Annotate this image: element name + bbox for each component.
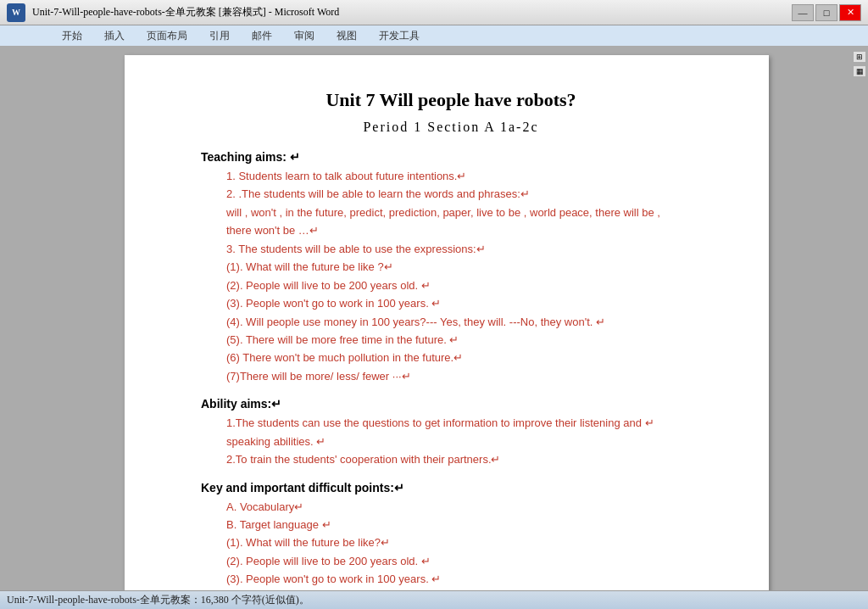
list-item: there won't be …↵ — [226, 221, 701, 239]
tab-insert[interactable]: 插入 — [93, 25, 136, 46]
section-ability-aims-content: 1.The students can use the questions to … — [226, 414, 701, 468]
list-item: 1.The students can use the questions to … — [226, 414, 701, 432]
list-item: speaking abilities. ↵ — [226, 433, 701, 450]
app-body: Unit 7 Will people have robots? Period 1… — [0, 47, 868, 590]
list-item: (5). There will be more free time in the… — [226, 331, 701, 349]
section-teaching-aims-content: 1. Students learn to talk about future i… — [226, 167, 701, 385]
tab-references[interactable]: 引用 — [198, 25, 241, 46]
tab-start[interactable]: 开始 — [51, 25, 93, 46]
section-teaching-aims-heading: Teaching aims: ↵ — [201, 150, 701, 164]
status-text: Unit-7-Will-people-have-robots-全单元教案：16,… — [7, 593, 309, 607]
doc-scroll[interactable]: Unit 7 Will people have robots? Period 1… — [42, 47, 851, 590]
section-ability-aims-heading: Ability aims:↵ — [201, 397, 701, 411]
doc-page: Unit 7 Will people have robots? Period 1… — [125, 55, 769, 590]
window-title: Unit-7-Will-people-have-robots-全单元教案 [兼容… — [32, 5, 339, 20]
list-item: (7)There will be more/ less/ fewer ···↵ — [226, 367, 701, 385]
status-bar: Unit-7-Will-people-have-robots-全单元教案：16,… — [0, 590, 868, 609]
list-item: 3. The students will be able to use the … — [226, 240, 701, 258]
tab-mail[interactable]: 邮件 — [241, 25, 283, 46]
list-item: (3). People won't go to work in 100 year… — [226, 570, 701, 588]
tab-page-layout[interactable]: 页面布局 — [136, 25, 198, 46]
right-tool-1[interactable]: ⊞ — [853, 51, 866, 63]
right-margin: ⊞ ▦ — [851, 47, 868, 590]
section-key-points-content: A. Vocabulary↵ B. Target language ↵ (1).… — [226, 498, 701, 590]
ribbon: 开始 插入 页面布局 引用 邮件 审阅 视图 开发工具 — [0, 25, 868, 47]
list-item: (2). People will live to be 200 years ol… — [226, 552, 701, 570]
list-item: 2.To train the students' cooperation wit… — [226, 450, 701, 468]
list-item: (2). People will live to be 200 years ol… — [226, 277, 701, 294]
right-tool-2[interactable]: ▦ — [853, 65, 866, 77]
title-bar: W Unit-7-Will-people-have-robots-全单元教案 [… — [0, 0, 868, 25]
list-item: (1). What will the future be like ?↵ — [226, 258, 701, 276]
list-item: B. Target language ↵ — [226, 516, 701, 534]
app-logo: W — [7, 3, 25, 22]
ribbon-tabs: 开始 插入 页面布局 引用 邮件 审阅 视图 开发工具 — [0, 25, 868, 46]
maximize-button[interactable]: □ — [815, 4, 837, 21]
list-item: (4). Will people use money in 100 years?… — [226, 313, 701, 331]
list-item: 2. .The students will be able to learn t… — [226, 185, 701, 203]
list-item: will , won't , in the future, predict, p… — [226, 204, 701, 221]
section-key-points-heading: Key and important difficult points:↵ — [201, 481, 701, 494]
list-item: A. Vocabulary↵ — [226, 498, 701, 516]
left-margin — [0, 47, 42, 590]
list-item: 1. Students learn to talk about future i… — [226, 167, 701, 185]
close-button[interactable]: ✕ — [839, 4, 861, 21]
tab-developer[interactable]: 开发工具 — [368, 25, 431, 46]
doc-title: Unit 7 Will people have robots? — [201, 89, 701, 111]
list-item: (3). People won't go to work in 100 year… — [226, 294, 701, 312]
doc-subtitle: Period 1 Section A 1a-2c — [201, 120, 701, 135]
tab-review[interactable]: 审阅 — [283, 25, 326, 46]
window-controls[interactable]: — □ ✕ — [792, 4, 861, 21]
list-item: (4). Will people use money in 100 years?… — [226, 589, 701, 590]
list-item: (6) There won't be much pollution in the… — [226, 349, 701, 366]
list-item: (1). What will the future be like?↵ — [226, 534, 701, 551]
minimize-button[interactable]: — — [792, 4, 814, 21]
tab-view[interactable]: 视图 — [326, 25, 368, 46]
